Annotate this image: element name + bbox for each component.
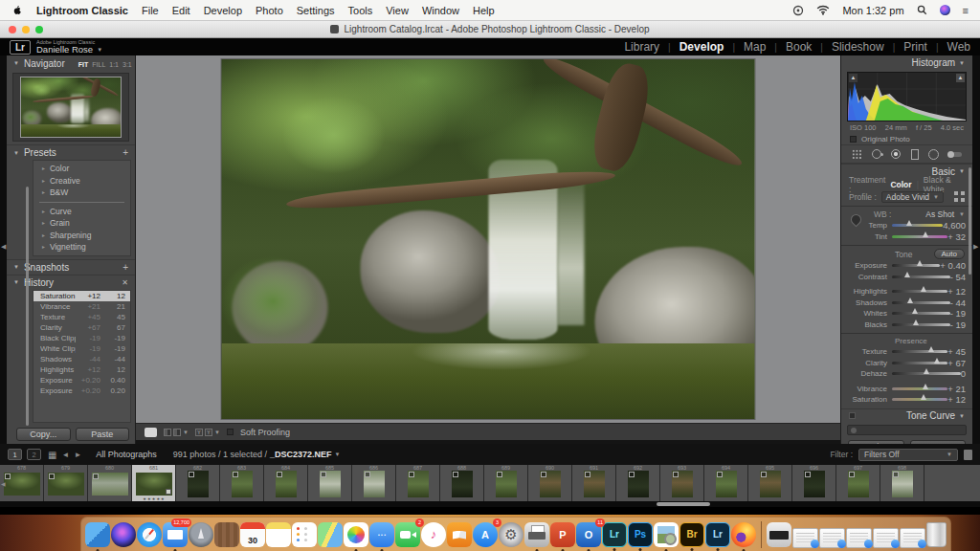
menu-item-tools[interactable]: Tools [348, 5, 373, 16]
dock-notes[interactable] [266, 522, 291, 547]
history-step[interactable]: Exposure+0.200.20 [33, 386, 130, 396]
dock-photos[interactable] [344, 522, 368, 547]
filmstrip-thumbnail[interactable]: 690 [528, 465, 572, 501]
spot-removal-icon[interactable] [872, 149, 881, 159]
filmstrip-thumbnail[interactable]: 685 [308, 465, 352, 501]
spotlight-icon[interactable] [917, 5, 927, 15]
history-step[interactable]: Highlights+1212 [33, 364, 130, 375]
wb-value[interactable]: As Shot [925, 209, 954, 219]
history-step[interactable]: Shadows-44-44 [33, 354, 130, 364]
dock-trash[interactable] [926, 522, 947, 547]
menu-item-settings[interactable]: Settings [297, 5, 335, 16]
presets-header[interactable]: ▼ Presets + [7, 144, 135, 160]
dock-minimized-window[interactable] [900, 528, 925, 548]
slider-track[interactable] [892, 235, 947, 238]
dock-minimized-window[interactable] [846, 528, 872, 548]
dock-lightroom[interactable]: Lr [602, 522, 627, 547]
slider-thumb[interactable] [928, 346, 934, 352]
filmstrip-thumbnail[interactable]: 698 [880, 465, 924, 501]
clear-history-icon[interactable]: ✕ [122, 278, 128, 287]
slider-thumb[interactable] [934, 358, 940, 364]
add-snapshot-icon[interactable]: + [122, 262, 128, 273]
history-step[interactable]: Exposure+0.200.40 [33, 375, 130, 386]
right-panel-scrollbar[interactable] [969, 167, 971, 275]
dock-calendar[interactable]: 30 [240, 522, 265, 547]
preset-folder-vignetting[interactable]: ►Vignetting [33, 241, 130, 253]
menu-item-window[interactable]: Window [422, 5, 459, 16]
left-panel-scrollbar[interactable] [26, 187, 29, 426]
navigator-zoom-1-1[interactable]: 1:1 [109, 61, 119, 68]
collapse-right-panel-icon[interactable]: ▶ [973, 243, 978, 251]
module-slideshow[interactable]: Slideshow [832, 40, 884, 54]
crop-tool-icon[interactable] [852, 149, 862, 160]
histogram-chart[interactable]: ▲ ▲ [847, 72, 967, 121]
slider-track[interactable] [892, 290, 947, 293]
filmstrip-collapse-icon[interactable]: ◀ [1, 480, 6, 487]
slider-track[interactable] [892, 323, 950, 326]
notification-center-icon[interactable]: ≡ [963, 5, 969, 16]
history-step[interactable]: Vibrance+2121 [33, 301, 130, 312]
dock-minimized-window[interactable] [792, 528, 818, 548]
profile-browser-icon[interactable] [954, 191, 965, 202]
preset-folder-sharpening[interactable]: ►Sharpening [33, 230, 130, 242]
preset-folder-color[interactable]: ►Color [33, 163, 130, 175]
dock-system-preferences[interactable]: ⚙ [499, 522, 523, 547]
dock-powerpoint[interactable]: P [550, 522, 575, 547]
zoom-window-button[interactable] [35, 26, 43, 33]
filmstrip-thumbnail[interactable]: 681★ ★ ★ ★ ★ [132, 465, 176, 501]
filmstrip-thumbnail[interactable]: 680 [88, 465, 132, 501]
radial-filter-icon[interactable] [928, 149, 939, 160]
red-eye-icon[interactable] [891, 149, 901, 159]
disclosure-triangle-icon[interactable]: ▼ [13, 264, 19, 270]
loupe-view-icon[interactable] [145, 428, 157, 437]
slider-track[interactable] [892, 372, 961, 375]
navigator-zoom-fill[interactable]: FILL [92, 61, 105, 68]
minimize-window-button[interactable] [22, 26, 30, 33]
dock-minimized-window[interactable] [873, 528, 899, 548]
left-panel-edge[interactable]: ◀ [0, 55, 7, 444]
menu-item-edit[interactable]: Edit [172, 5, 190, 16]
slider-thumb[interactable] [921, 394, 926, 400]
dock-launchpad[interactable] [189, 522, 213, 547]
slider-track[interactable] [892, 276, 950, 278]
collapse-left-panel-icon[interactable]: ◀ [1, 243, 6, 251]
history-step[interactable]: Clarity+6767 [33, 322, 130, 333]
navigator-preview[interactable] [12, 73, 129, 142]
slider-track[interactable] [892, 387, 947, 390]
auto-button[interactable]: Auto [934, 249, 965, 259]
slider-track[interactable] [892, 362, 947, 364]
dock-reminders[interactable] [292, 522, 317, 547]
menu-app-name[interactable]: Lightroom Classic [36, 5, 128, 16]
grid-view-icon[interactable]: ▦ [48, 450, 56, 460]
dock-maps[interactable] [318, 522, 343, 547]
dock-contacts[interactable] [214, 522, 239, 547]
slider-track[interactable] [892, 264, 940, 267]
highlight-clipping-icon[interactable]: ▲ [956, 74, 965, 82]
before-after-split-icon[interactable]: YY▼ [195, 429, 220, 436]
dock-photoshop[interactable]: Ps [628, 522, 653, 547]
disclosure-triangle-icon[interactable]: ▼ [13, 150, 19, 156]
dock-app-store[interactable]: A3 [473, 522, 498, 547]
dock-mail[interactable]: 12,700 [163, 522, 188, 547]
profile-select[interactable]: Adobe Vivid ▼ [881, 191, 944, 203]
paste-button[interactable]: Paste [76, 428, 130, 441]
identity-plate[interactable]: Adobe Lightroom Classic Danielle Rose▼ [36, 40, 102, 55]
dock-preview[interactable] [654, 522, 679, 547]
dock-finder[interactable] [85, 522, 110, 547]
graduated-filter-icon[interactable] [911, 149, 919, 160]
filmstrip-thumbnail[interactable]: 697 [836, 465, 880, 501]
slider-thumb[interactable] [913, 320, 919, 325]
history-step[interactable]: White Clipping-19-19 [33, 343, 130, 354]
filmstrip-thumbnail[interactable]: 688 [440, 465, 484, 501]
disclosure-triangle-icon[interactable]: ▼ [959, 60, 965, 66]
preset-folder-curve[interactable]: ►Curve [33, 206, 130, 218]
slider-thumb[interactable] [921, 286, 926, 292]
history-step[interactable]: Texture+4545 [33, 312, 130, 322]
slider-track[interactable] [892, 350, 947, 353]
preset-folder-b-w[interactable]: ►B&W [33, 187, 130, 199]
dock-facetime[interactable]: 2 [395, 522, 420, 547]
disclosure-triangle-icon[interactable]: ▼ [959, 168, 965, 174]
filmstrip-status[interactable]: 991 photos / 1 selected / _DSC2372.NEF ▼ [173, 450, 341, 459]
primary-window-button[interactable]: 1 [8, 449, 22, 460]
menu-item-file[interactable]: File [142, 5, 159, 16]
